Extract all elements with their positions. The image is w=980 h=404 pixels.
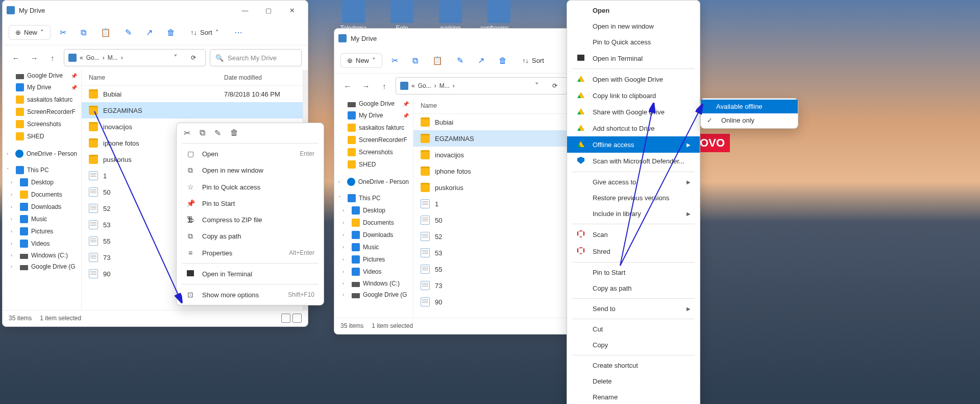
sidebar-item[interactable]: Screenshots <box>3 118 81 130</box>
forward-button[interactable]: → <box>27 54 41 62</box>
address-bar[interactable]: «Go...›M...› ˅ ⟳ <box>64 49 206 66</box>
address-bar[interactable]: «Go...›M...› ˅ ⟳ <box>396 77 567 94</box>
sidebar-item[interactable]: ›Desktop <box>334 204 413 217</box>
delete-icon[interactable]: 🗑 <box>230 128 238 138</box>
ctx-open-terminal[interactable]: Open in Terminal <box>567 50 700 66</box>
file-row[interactable]: Bubiai7/8/2018 10:46 PM <box>82 86 303 102</box>
sidebar-item[interactable]: Google Drive📌 <box>334 98 413 109</box>
rename-icon[interactable]: ✎ <box>214 128 221 138</box>
up-button[interactable]: ↑ <box>377 82 391 90</box>
ctx-pin-quick-access[interactable]: Pin to Quick access <box>567 34 700 50</box>
ctx-compress-zip[interactable]: 🗜Compress to ZIP file <box>177 211 324 228</box>
share-icon[interactable]: ↗ <box>473 53 489 68</box>
ctx-show-more-options[interactable]: ⊡Show more optionsShift+F10 <box>177 287 324 303</box>
ctx-open[interactable]: ▢OpenEnter <box>177 146 324 162</box>
sidebar-item[interactable]: ›Google Drive (G <box>3 261 81 272</box>
copy-icon[interactable]: ⧉ <box>76 25 91 40</box>
column-headers[interactable]: Name Date modified <box>82 70 303 86</box>
ctx-give-access[interactable]: Give access to▶ <box>567 174 700 190</box>
ctx-copy-path[interactable]: ⧉Copy as path <box>177 228 324 245</box>
sidebar-item[interactable]: saskaitos fakturc <box>3 93 81 106</box>
ctx-pin-start[interactable]: 📌Pin to Start <box>177 195 324 211</box>
addr-chevron-icon[interactable]: ˅ <box>168 53 183 62</box>
sidebar-item[interactable]: ›Documents <box>3 188 81 201</box>
up-button[interactable]: ↑ <box>45 54 60 62</box>
ctx-shred[interactable]: Shred <box>567 243 700 260</box>
ctx-copy-path[interactable]: Copy as path <box>567 280 700 296</box>
rename-icon[interactable]: ✎ <box>120 25 137 40</box>
cut-icon[interactable]: ✂ <box>184 128 190 138</box>
ctx-open-new-window[interactable]: ⧉Open in new window <box>177 162 324 179</box>
sidebar-item[interactable]: ›Downloads <box>334 229 413 241</box>
view-details-icon[interactable] <box>281 314 290 323</box>
sidebar-item[interactable]: ›Videos <box>334 266 413 278</box>
forward-button[interactable]: → <box>359 82 373 90</box>
sidebar-onedrive[interactable]: ›OneDrive - Person <box>334 176 413 188</box>
rename-icon[interactable]: ✎ <box>452 53 469 68</box>
refresh-button[interactable]: ⟳ <box>547 82 562 89</box>
titlebar[interactable]: My Drive — ▢ ✕ <box>3 1 308 20</box>
ctx-add-shortcut-drive[interactable]: Add shortcut to Drive <box>567 120 700 136</box>
back-button[interactable]: ← <box>340 82 355 90</box>
paste-icon[interactable]: 📋 <box>95 25 116 40</box>
ctx-offline-access[interactable]: Offline access▶ <box>567 136 700 153</box>
sidebar-item[interactable]: ScreenRecorderF <box>3 106 81 118</box>
cut-icon[interactable]: ✂ <box>55 25 71 40</box>
sidebar-item[interactable]: ScreenRecorderF <box>334 134 413 146</box>
submenu-online-only[interactable]: ✓Online only <box>701 113 798 127</box>
minimize-button[interactable]: — <box>233 2 257 18</box>
sidebar-item[interactable]: SHED <box>334 158 413 171</box>
close-button[interactable]: ✕ <box>280 2 304 18</box>
ctx-create-shortcut[interactable]: Create shortcut <box>567 358 700 373</box>
delete-icon[interactable]: 🗑 <box>494 53 512 68</box>
ctx-cut[interactable]: Cut <box>567 321 700 337</box>
ctx-copy[interactable]: Copy <box>567 337 700 353</box>
maximize-button[interactable]: ▢ <box>257 2 280 18</box>
sidebar-item[interactable]: ›Music <box>3 213 81 225</box>
sort-button[interactable]: ↑↓ Sort <box>516 54 550 67</box>
sidebar-item[interactable]: ›Music <box>334 241 413 253</box>
ctx-restore-versions[interactable]: Restore previous versions <box>567 190 700 206</box>
more-icon[interactable]: ⋯ <box>229 25 248 40</box>
ctx-scan-defender[interactable]: Scan with Microsoft Defender... <box>567 153 700 170</box>
sidebar-item[interactable]: ›Google Drive (G <box>334 289 413 300</box>
ctx-scan[interactable]: Scan <box>567 226 700 243</box>
ctx-open-new-window[interactable]: Open in new window <box>567 18 700 34</box>
sidebar-item[interactable]: ›Videos <box>3 237 81 250</box>
sidebar-item[interactable]: ›Documents <box>334 217 413 229</box>
share-icon[interactable]: ↗ <box>141 25 158 40</box>
sidebar-onedrive[interactable]: ›OneDrive - Person <box>3 148 81 160</box>
ctx-include-library[interactable]: Include in library▶ <box>567 206 700 222</box>
copy-icon[interactable]: ⧉ <box>407 53 423 68</box>
addr-chevron-icon[interactable]: ˅ <box>530 81 544 90</box>
ctx-pin-start[interactable]: Pin to Start <box>567 265 700 280</box>
sidebar-item[interactable]: ›Pictures <box>334 253 413 266</box>
ctx-properties[interactable]: ≡PropertiesAlt+Enter <box>177 245 324 261</box>
ctx-copy-link[interactable]: Copy link to clipboard <box>567 87 700 104</box>
sidebar-item[interactable]: ›Downloads <box>3 201 81 213</box>
sidebar-this-pc[interactable]: ˅This PC <box>3 164 81 176</box>
ctx-pin-quick-access[interactable]: ☆Pin to Quick access <box>177 179 324 195</box>
delete-icon[interactable]: 🗑 <box>162 25 180 40</box>
sidebar-item[interactable]: ›Windows (C:) <box>3 250 81 261</box>
new-button[interactable]: ⊕ New ˅ <box>340 53 382 68</box>
sidebar-item[interactable]: SHED <box>3 130 81 142</box>
ctx-share-gdrive[interactable]: Share with Google Drive <box>567 104 700 120</box>
refresh-button[interactable]: ⟳ <box>186 54 201 61</box>
ctx-rename[interactable]: Rename <box>567 389 700 404</box>
ctx-open[interactable]: Open <box>567 3 700 18</box>
sidebar-item[interactable]: My Drive📌 <box>334 109 413 122</box>
search-box[interactable]: 🔍 Search My Drive <box>210 49 302 66</box>
copy-icon[interactable]: ⧉ <box>200 128 205 138</box>
view-icons-icon[interactable] <box>292 314 302 323</box>
submenu-available-offline[interactable]: Available offline <box>701 100 798 113</box>
sidebar-item[interactable]: Google Drive📌 <box>3 70 81 81</box>
sidebar-item[interactable]: Screenshots <box>334 146 413 158</box>
ctx-send-to[interactable]: Send to▶ <box>567 301 700 317</box>
sidebar-item[interactable]: My Drive📌 <box>3 81 81 93</box>
sidebar-this-pc[interactable]: ˅This PC <box>334 192 413 204</box>
sidebar-item[interactable]: saskaitos fakturc <box>334 122 413 134</box>
cut-icon[interactable]: ✂ <box>386 53 403 68</box>
paste-icon[interactable]: 📋 <box>427 53 448 68</box>
sidebar-item[interactable]: ›Pictures <box>3 225 81 237</box>
